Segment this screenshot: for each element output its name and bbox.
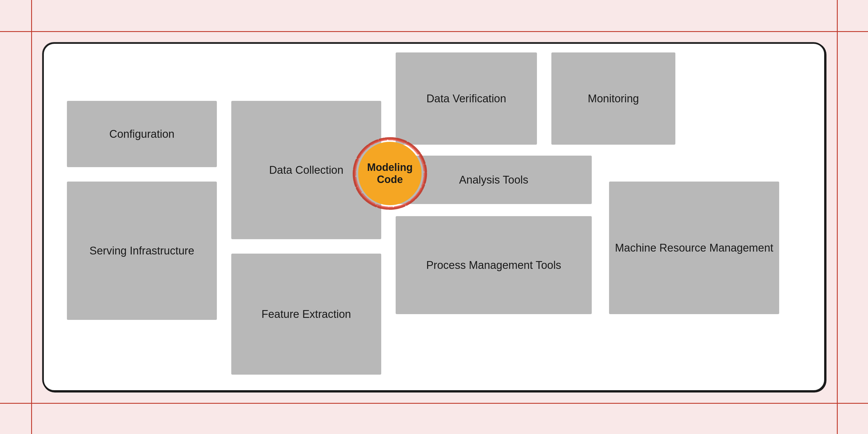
modeling-code-label: Modeling Code xyxy=(358,161,422,186)
process-management-box: Process Management Tools xyxy=(396,216,592,314)
configuration-label: Configuration xyxy=(109,128,175,140)
data-verification-label: Data Verification xyxy=(427,93,506,105)
modeling-code-circle: Modeling Code xyxy=(358,142,422,205)
data-verification-box: Data Verification xyxy=(396,53,537,145)
process-management-label: Process Management Tools xyxy=(426,259,561,271)
analysis-tools-label: Analysis Tools xyxy=(459,174,528,186)
monitoring-label: Monitoring xyxy=(588,93,639,105)
feature-extraction-box: Feature Extraction xyxy=(231,254,381,375)
configuration-box: Configuration xyxy=(67,101,217,167)
feature-extraction-label: Feature Extraction xyxy=(261,308,351,321)
serving-infrastructure-label: Serving Infrastructure xyxy=(89,245,194,257)
red-line-horizontal-bottom xyxy=(0,403,868,404)
machine-resource-box: Machine Resource Management xyxy=(609,181,779,314)
serving-infrastructure-box: Serving Infrastructure xyxy=(67,181,217,320)
machine-resource-label: Machine Resource Management xyxy=(615,242,773,254)
monitoring-box: Monitoring xyxy=(551,53,675,145)
red-line-vertical-left xyxy=(31,0,32,434)
red-line-vertical-right xyxy=(837,0,838,434)
data-collection-label: Data Collection xyxy=(269,164,343,176)
main-diagram-container: Configuration Serving Infrastructure Dat… xyxy=(43,43,825,391)
red-line-horizontal-top xyxy=(0,31,868,32)
